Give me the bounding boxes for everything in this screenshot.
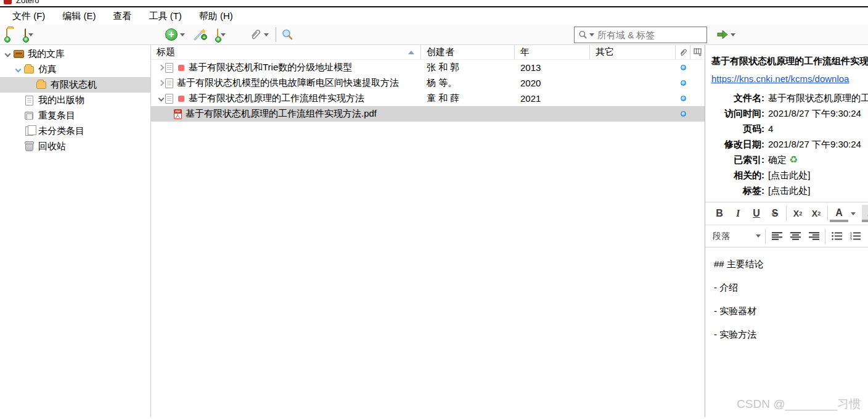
- item-other: [590, 75, 676, 91]
- chevron-down-icon[interactable]: [851, 212, 856, 215]
- sidebar-item-unfiled[interactable]: 未分类条目: [0, 123, 150, 139]
- sidebar-item-my-library[interactable]: 我的文库: [0, 46, 150, 62]
- search-scope-dropdown-icon[interactable]: [589, 33, 594, 36]
- item-other: [590, 106, 676, 122]
- align-right-icon: [809, 232, 819, 240]
- menu-view[interactable]: 查看: [107, 9, 138, 24]
- twisty-expanded-icon[interactable]: [14, 67, 22, 72]
- quick-search-box[interactable]: [574, 27, 707, 43]
- field-label: 页码:: [711, 121, 764, 136]
- menu-help[interactable]: 帮助 (H): [193, 9, 239, 24]
- sidebar-item-duplicates[interactable]: 重复条目: [0, 108, 150, 123]
- strikethrough-button[interactable]: S: [766, 205, 784, 222]
- underline-button[interactable]: U: [747, 205, 766, 222]
- menu-edit[interactable]: 编辑 (E): [56, 9, 102, 24]
- item-title: 基于有限状态机原理的工作流组件实现方法: [189, 93, 364, 104]
- zotero-app-icon: [4, 0, 12, 4]
- field-value: 确定: [768, 152, 787, 167]
- plus-badge-icon: +: [215, 36, 221, 43]
- subscript-button[interactable]: X2: [788, 205, 807, 222]
- chevron-down-icon[interactable]: [180, 33, 185, 36]
- column-header-title[interactable]: 标题: [151, 45, 421, 59]
- new-item-button[interactable]: +: [165, 27, 185, 42]
- sidebar-item-label: 仿真: [38, 64, 57, 75]
- green-arrow-icon: [717, 30, 728, 39]
- twisty-collapsed-icon[interactable]: [157, 81, 165, 85]
- sidebar-item-trash[interactable]: 回收站: [0, 139, 150, 154]
- folder-icon: [36, 81, 46, 89]
- search-input[interactable]: [597, 30, 703, 40]
- collections-sidebar: 我的文库 仿真 有限状态机 我的出版物 重复条目 未分类条目 回收站: [0, 45, 151, 417]
- related-click-here-link[interactable]: [点击此处]: [768, 167, 810, 183]
- menu-file[interactable]: 文件 (F): [6, 9, 51, 24]
- column-picker-button[interactable]: [690, 45, 705, 59]
- highlight-color-button[interactable]: A: [862, 205, 868, 222]
- chevron-down-icon[interactable]: [221, 33, 226, 36]
- document-icon: [165, 63, 173, 73]
- chevron-down-icon[interactable]: [264, 33, 269, 36]
- attachment-info-section: 基于有限状态机原理的工作流组件实现方法 https://kns.cnki.net…: [705, 45, 868, 202]
- bold-button[interactable]: B: [710, 205, 729, 222]
- column-header-attachment[interactable]: [676, 45, 690, 59]
- document-icon: [165, 94, 173, 104]
- numbered-list-button[interactable]: 1 2 3: [846, 228, 864, 245]
- twisty-expanded-icon[interactable]: [3, 52, 12, 56]
- column-header-creator[interactable]: 创建者: [421, 45, 515, 59]
- align-center-icon: [790, 232, 801, 240]
- font-color-button[interactable]: A: [830, 205, 848, 222]
- italic-button[interactable]: I: [729, 205, 747, 222]
- field-row-indexed: 已索引: 确定 ♻: [711, 152, 868, 167]
- table-row[interactable]: 基于有限状态机原理的工作流组件实现方法 童 和 薛 2021: [151, 91, 705, 106]
- field-label: 访问时间:: [711, 106, 764, 121]
- item-title: 基于有限状态机和Trie数的分级地址模型: [189, 62, 352, 73]
- new-note-button[interactable]: +: [217, 27, 226, 42]
- add-attachment-button[interactable]: [249, 27, 269, 42]
- field-row-pages: 页码: 4: [711, 121, 868, 136]
- reindex-icon[interactable]: ♻: [789, 152, 798, 167]
- align-right-button[interactable]: [805, 228, 823, 245]
- note-line: - 实验器材: [714, 305, 868, 317]
- svg-text:3: 3: [850, 238, 852, 241]
- tag-color-swatch: [178, 96, 184, 102]
- table-row[interactable]: 基于有限状态机和Trie数的分级地址模型 张 和 郭 2013: [151, 60, 705, 75]
- align-center-button[interactable]: [786, 228, 805, 245]
- item-year: [515, 106, 590, 122]
- column-header-year[interactable]: 年: [515, 45, 590, 59]
- toolbar-separator: [786, 206, 787, 221]
- table-row[interactable]: 基于有限状态机模型的供电故障断电区间快速提取方法 杨 等。 2020: [151, 75, 705, 91]
- main-content: 我的文库 仿真 有限状态机 我的出版物 重复条目 未分类条目 回收站: [0, 45, 868, 417]
- new-library-button[interactable]: +: [25, 27, 33, 42]
- document-icon: [25, 96, 33, 106]
- sidebar-item-my-publications[interactable]: 我的出版物: [0, 93, 150, 108]
- new-collection-button[interactable]: +: [6, 27, 7, 42]
- search-icon: [578, 30, 588, 39]
- sidebar-item-finite-state-machine[interactable]: 有限状态机: [0, 77, 150, 93]
- tags-click-here-link[interactable]: [点击此处]: [768, 183, 810, 198]
- item-creator: 童 和 薛: [421, 91, 515, 106]
- attachment-url-link[interactable]: https://kns.cnki.net/kcms/downloa: [711, 73, 868, 84]
- chevron-down-icon[interactable]: [731, 33, 735, 36]
- twisty-collapsed-icon[interactable]: [157, 65, 165, 70]
- item-details-pane: 基于有限状态机原理的工作流组件实现方法 https://kns.cnki.net…: [705, 45, 868, 417]
- unfiled-items-icon: [25, 127, 33, 136]
- advanced-search-button[interactable]: [281, 27, 293, 42]
- twisty-expanded-icon[interactable]: [157, 96, 165, 101]
- bullet-list-icon: [832, 232, 842, 240]
- sidebar-item-label: 我的文库: [28, 48, 65, 60]
- bullet-list-button[interactable]: [827, 228, 846, 245]
- locate-button[interactable]: [717, 27, 735, 42]
- align-left-button[interactable]: [768, 228, 786, 245]
- paragraph-style-dropdown[interactable]: 段落: [710, 231, 763, 242]
- column-header-other[interactable]: 其它: [590, 45, 676, 59]
- menu-tools[interactable]: 工具 (T): [143, 9, 188, 24]
- note-editor-content[interactable]: ## 主要结论 - 介绍 - 实验器材 - 实验方法 CSDN @_______…: [705, 247, 868, 417]
- superscript-button[interactable]: X2: [807, 205, 825, 222]
- field-row-related: 相关的: [点击此处]: [711, 167, 868, 183]
- table-row-attachment-selected[interactable]: 基于有限状态机原理的工作流组件实现方法.pdf: [151, 106, 705, 122]
- field-value: 2021/8/27 下午9:30:24: [768, 106, 861, 121]
- add-by-identifier-button[interactable]: +: [192, 27, 207, 42]
- field-value: 4: [768, 121, 773, 136]
- sidebar-item-fangzhen[interactable]: 仿真: [0, 62, 150, 77]
- chevron-down-icon[interactable]: [28, 33, 33, 36]
- item-year: 2013: [515, 60, 590, 75]
